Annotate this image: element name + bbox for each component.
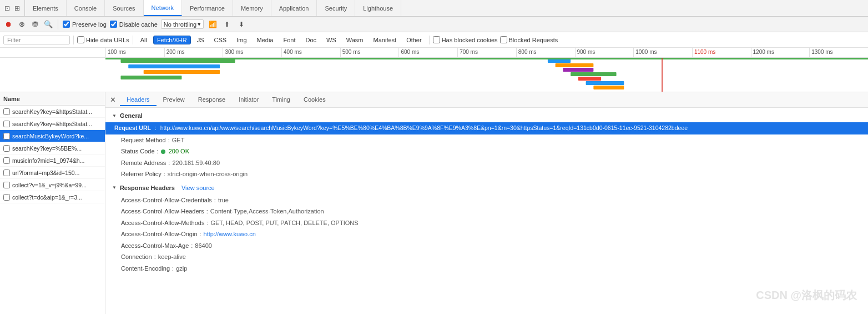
request-item-3[interactable]: searchMusicBykeyWord?ke... bbox=[0, 130, 105, 142]
wifi-icon[interactable]: 📶 bbox=[207, 19, 218, 29]
svg-rect-1 bbox=[128, 64, 220, 68]
request-checkbox-8[interactable] bbox=[3, 194, 10, 201]
request-name-6: url?format=mp3&id=150... bbox=[12, 170, 102, 176]
filter-icon[interactable]: ⛃ bbox=[30, 19, 40, 29]
request-checkbox-1[interactable] bbox=[3, 108, 10, 115]
request-item-1[interactable]: searchKey?key=&httpsStatat... bbox=[0, 106, 105, 118]
tab-application[interactable]: Application bbox=[271, 0, 317, 16]
filter-type-img[interactable]: Img bbox=[233, 36, 250, 44]
request-item-6[interactable]: url?format=mp3&id=150... bbox=[0, 167, 105, 179]
stop-button[interactable]: ⊗ bbox=[17, 19, 27, 29]
details-tab-timing[interactable]: Timing bbox=[265, 94, 297, 106]
request-checkbox-6[interactable] bbox=[3, 170, 10, 176]
main-area: Name searchKey?key=&httpsStatat... searc… bbox=[0, 92, 868, 314]
chevron-down-icon: ▾ bbox=[198, 21, 201, 28]
remote-address-key: Remote Address bbox=[121, 158, 166, 168]
details-tab-response[interactable]: Response bbox=[191, 94, 233, 106]
svg-rect-3 bbox=[120, 76, 181, 79]
acac-key: Access-Control-Allow-Credentials bbox=[121, 196, 212, 205]
filter-type-wasm[interactable]: Wasm bbox=[342, 36, 367, 44]
details-tab-headers[interactable]: Headers bbox=[120, 94, 157, 106]
has-blocked-cookies-checkbox[interactable]: Has blocked cookies bbox=[433, 36, 498, 43]
tab-network[interactable]: Network bbox=[144, 0, 182, 16]
details-content: ▼ General Request URL : http://www.kuwo.… bbox=[105, 108, 868, 314]
acao-row: Access-Control-Allow-Origin : http://www… bbox=[112, 228, 861, 240]
device-icon[interactable]: ⊞ bbox=[13, 4, 21, 12]
request-url-value[interactable]: http://www.kuwo.cn/api/www/search/search… bbox=[160, 124, 688, 131]
ruler-mark-200: 200 ms bbox=[164, 48, 223, 57]
filter-type-other[interactable]: Other bbox=[402, 36, 426, 44]
request-checkbox-3[interactable] bbox=[3, 133, 10, 139]
disable-cache-checkbox[interactable]: Disable cache bbox=[110, 21, 158, 28]
details-tab-preview[interactable]: Preview bbox=[157, 94, 191, 106]
throttle-select[interactable]: No throttling ▾ bbox=[161, 19, 204, 29]
svg-rect-11 bbox=[105, 58, 868, 59]
details-tab-cookies[interactable]: Cookies bbox=[297, 94, 332, 106]
connection-row: Connection : keep-alive bbox=[112, 251, 861, 263]
filter-type-doc[interactable]: Doc bbox=[301, 36, 320, 44]
separator-1 bbox=[58, 19, 58, 29]
view-source-link[interactable]: View source bbox=[181, 185, 215, 191]
request-name-4: searchKey?key=%5BE%... bbox=[12, 145, 102, 152]
request-checkbox-2[interactable] bbox=[3, 121, 10, 127]
import-icon[interactable]: ⬆ bbox=[221, 19, 233, 29]
response-headers-title: Response Headers bbox=[120, 185, 175, 191]
tab-memory[interactable]: Memory bbox=[233, 0, 271, 16]
filter-type-js[interactable]: JS bbox=[193, 36, 208, 44]
tab-performance[interactable]: Performance bbox=[182, 0, 233, 16]
ruler-mark-1200: 1200 ms bbox=[751, 48, 810, 57]
blocked-requests-checkbox[interactable]: Blocked Requests bbox=[500, 36, 558, 43]
ruler-mark-100: 100 ms bbox=[105, 48, 164, 57]
tab-sources[interactable]: Sources bbox=[105, 0, 143, 16]
request-method-value: GET bbox=[172, 136, 185, 145]
search-icon[interactable]: 🔍 bbox=[43, 19, 53, 29]
status-code-row: Status Code : 200 OK bbox=[112, 146, 861, 157]
referrer-policy-key: Referrer Policy bbox=[121, 170, 162, 179]
ruler-mark-1300: 1300 ms bbox=[809, 48, 868, 57]
request-item-4[interactable]: searchKey?key=%5BE%... bbox=[0, 142, 105, 154]
filter-type-media[interactable]: Media bbox=[253, 36, 277, 44]
timeline-area: 100 ms 200 ms 300 ms 400 ms 500 ms 600 m… bbox=[0, 48, 868, 92]
request-checkbox-5[interactable] bbox=[3, 157, 10, 164]
request-item-8[interactable]: collect?t=dc&aip=1&_r=3... bbox=[0, 191, 105, 203]
filter-type-css[interactable]: CSS bbox=[210, 36, 231, 44]
record-button[interactable]: ⏺ bbox=[3, 19, 13, 29]
request-item-7[interactable]: collect?v=1&_v=j9%&a=99... bbox=[0, 179, 105, 191]
details-panel: ✕ Headers Preview Response Initiator Tim… bbox=[105, 92, 868, 314]
general-section-header: ▼ General bbox=[112, 112, 861, 119]
ruler-mark-500: 500 ms bbox=[340, 48, 399, 57]
request-checkbox-7[interactable] bbox=[3, 182, 10, 188]
detail-close-button[interactable]: ✕ bbox=[108, 95, 118, 105]
tab-security[interactable]: Security bbox=[317, 0, 355, 16]
hide-data-urls-checkbox[interactable]: Hide data URLs bbox=[77, 36, 129, 43]
filter-type-font[interactable]: Font bbox=[279, 36, 299, 44]
acao-value[interactable]: http://www.kuwo.cn bbox=[204, 230, 256, 239]
filter-type-manifest[interactable]: Manifest bbox=[370, 36, 401, 44]
svg-rect-4 bbox=[548, 59, 571, 63]
request-item-5[interactable]: musicInfo?mid=1_0974&h... bbox=[0, 154, 105, 167]
filter-input[interactable] bbox=[3, 36, 70, 44]
export-icon[interactable]: ⬇ bbox=[236, 19, 247, 29]
tab-elements[interactable]: Elements bbox=[25, 0, 67, 16]
filter-type-all[interactable]: All bbox=[137, 36, 151, 44]
request-method-row: Request Method : GET bbox=[112, 134, 861, 146]
remote-address-row: Remote Address : 220.181.59.40:80 bbox=[112, 157, 861, 169]
inspect-icon[interactable]: ⊡ bbox=[3, 4, 11, 12]
acam-key: Access-Control-Allow-Methods bbox=[121, 218, 204, 228]
preserve-log-checkbox[interactable]: Preserve log bbox=[63, 21, 107, 28]
response-headers-triangle[interactable]: ▼ bbox=[112, 185, 117, 190]
acam-value: GET, HEAD, POST, PUT, PATCH, DELETE, OPT… bbox=[210, 218, 358, 228]
tab-console[interactable]: Console bbox=[67, 0, 105, 16]
details-tab-initiator[interactable]: Initiator bbox=[232, 94, 265, 106]
acao-key: Access-Control-Allow-Origin bbox=[121, 230, 198, 239]
request-item-2[interactable]: searchKey?key=&httpsStatat... bbox=[0, 118, 105, 130]
acam-row: Access-Control-Allow-Methods : GET, HEAD… bbox=[112, 217, 861, 229]
request-name-3: searchMusicBykeyWord?ke... bbox=[12, 133, 102, 139]
svg-rect-5 bbox=[556, 63, 594, 67]
general-triangle[interactable]: ▼ bbox=[112, 113, 117, 118]
filter-type-ws[interactable]: WS bbox=[322, 36, 340, 44]
filter-type-fetch-xhr[interactable]: Fetch/XHR bbox=[153, 36, 191, 44]
request-checkbox-4[interactable] bbox=[3, 145, 10, 152]
tab-lighthouse[interactable]: Lighthouse bbox=[355, 0, 401, 16]
svg-rect-6 bbox=[563, 68, 593, 72]
